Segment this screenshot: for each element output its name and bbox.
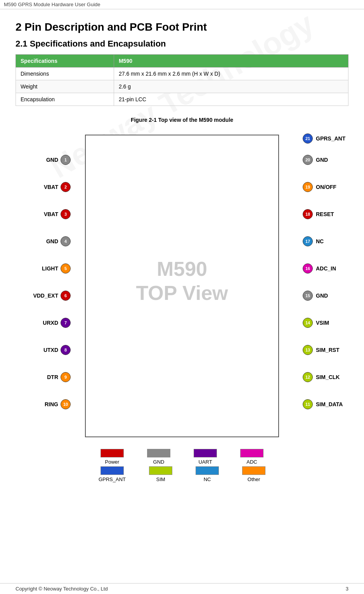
pin-label-right-12: SIM_CLK xyxy=(316,374,347,380)
pin-label-7: URXD xyxy=(31,320,58,326)
pin-label-10: RING xyxy=(31,401,58,407)
pin-label-2: VBAT xyxy=(31,184,58,190)
pin-label-right-16: ADC_IN xyxy=(316,265,347,272)
left-pin-4: GND4 xyxy=(29,228,71,255)
pin-label-3: VBAT xyxy=(31,211,58,217)
legend-label-nc: NC xyxy=(204,476,211,482)
pin-dot-10: 10 xyxy=(61,399,71,409)
left-pin-7: URXD7 xyxy=(29,309,71,336)
pin-label-right-15: GND xyxy=(316,293,347,299)
legend-swatch-uart xyxy=(194,449,217,457)
legend-row-0: PowerGNDUARTADC xyxy=(46,449,318,465)
legend-item-power: Power xyxy=(101,449,124,465)
module-diagram: M590 TOP View GND1VBAT2VBAT3GND4LIGHT5VD… xyxy=(46,135,318,437)
module-box: M590 TOP View xyxy=(85,135,279,437)
table-cell: 2.6 g xyxy=(114,80,348,93)
left-pin-2: VBAT2 xyxy=(29,173,71,201)
legend-swatch-power xyxy=(101,449,124,457)
pin-dot-right-14: 14 xyxy=(303,318,313,328)
left-pin-5: LIGHT5 xyxy=(29,255,71,282)
left-pins: GND1VBAT2VBAT3GND4LIGHT5VDD_EXT6URXD7UTX… xyxy=(29,146,71,418)
table-cell: Weight xyxy=(16,80,114,93)
pin-dot-right-17: 17 xyxy=(303,236,313,246)
pin-dot-right-21: 21 xyxy=(303,133,313,144)
pin-label-9: DTR xyxy=(31,374,58,380)
right-pin-21: 21GPRS_ANT xyxy=(303,131,347,146)
pin-label-8: UTXD xyxy=(31,347,58,353)
legend-item-uart: UART xyxy=(194,449,217,465)
pin-dot-right-20: 20 xyxy=(303,155,313,165)
legend-item-gprs_ant: GPRS_ANT xyxy=(99,466,126,482)
pin-label-right-17: NC xyxy=(316,238,347,244)
legend-swatch-gnd xyxy=(147,449,170,457)
left-pin-10: RING10 xyxy=(29,391,71,418)
legend-swatch-adc xyxy=(240,449,263,457)
right-pin-19: 19ON/OFF xyxy=(303,173,347,201)
pin-label-right-18: RESET xyxy=(316,211,347,217)
pin-label-5: LIGHT xyxy=(31,265,58,272)
section-title: 2.1 Specifications and Encapsulation xyxy=(16,39,348,49)
legend-row-1: GPRS_ANTSIMNCOther xyxy=(46,466,318,482)
table-cell: Dimensions xyxy=(16,68,114,80)
left-pin-9: DTR9 xyxy=(29,364,71,391)
legend-label-sim: SIM xyxy=(156,476,165,482)
legend-label-adc: ADC xyxy=(246,459,257,465)
pin-dot-6: 6 xyxy=(61,291,71,301)
legend-item-sim: SIM xyxy=(149,466,172,482)
right-pin-17: 17NC xyxy=(303,228,347,255)
pin-dot-right-18: 18 xyxy=(303,209,313,219)
pin-dot-right-19: 19 xyxy=(303,182,313,192)
right-pin-13: 13SIM_RST xyxy=(303,336,347,364)
pin-dot-4: 4 xyxy=(61,236,71,246)
footer: Copyright © Neoway Technology Co., Ltd 3 xyxy=(0,583,364,594)
pin-dot-1: 1 xyxy=(61,155,71,165)
pin-dot-5: 5 xyxy=(61,263,71,274)
legend-swatch-other xyxy=(242,466,265,475)
right-pin-12: 12SIM_CLK xyxy=(303,364,347,391)
pin-dot-3: 3 xyxy=(61,209,71,219)
pin-label-1: GND xyxy=(31,157,58,163)
pin-label-right-19: ON/OFF xyxy=(316,184,347,190)
left-pin-3: VBAT3 xyxy=(29,201,71,228)
legend-item-gnd: GND xyxy=(147,449,170,465)
pin-dot-right-11: 11 xyxy=(303,399,313,409)
right-pin-16: 16ADC_IN xyxy=(303,255,347,282)
legend-swatch-sim xyxy=(149,466,172,475)
copyright-text: Copyright © Neoway Technology Co., Ltd xyxy=(16,586,108,592)
specifications-table: Specifications M590 Dimensions27.6 mm x … xyxy=(16,54,348,106)
pin-dot-right-12: 12 xyxy=(303,372,313,382)
legend-swatch-gprs_ant xyxy=(101,466,124,475)
page-number: 3 xyxy=(346,586,348,592)
pin-label-right-21: GPRS_ANT xyxy=(316,135,347,142)
legend-label-gprs_ant: GPRS_ANT xyxy=(99,476,126,482)
legend-label-gnd: GND xyxy=(153,459,165,465)
legend-item-adc: ADC xyxy=(240,449,263,465)
pin-label-6: VDD_EXT xyxy=(31,293,58,299)
legend-item-nc: NC xyxy=(196,466,219,482)
left-pin-1: GND1 xyxy=(29,146,71,173)
legend-label-power: Power xyxy=(105,459,120,465)
table-cell: 27.6 mm x 21.6 mm x 2.6 mm (H x W x D) xyxy=(114,68,348,80)
figure-caption: Figure 2-1 Top view of the M590 module xyxy=(16,117,348,123)
chapter-title: 2 Pin Description and PCB Foot Print xyxy=(16,21,348,33)
legend-swatch-nc xyxy=(196,466,219,475)
right-pin-15: 15GND xyxy=(303,282,347,309)
legend-label-other: Other xyxy=(248,476,260,482)
pin-dot-8: 8 xyxy=(61,345,71,355)
pin-label-right-11: SIM_DATA xyxy=(316,401,347,407)
module-center-label: M590 TOP View xyxy=(136,257,228,305)
table-header-spec: Specifications xyxy=(16,55,114,68)
table-cell: Encapsulation xyxy=(16,93,114,106)
table-cell: 21-pin LCC xyxy=(114,93,348,106)
right-pin-14: 14VSIM xyxy=(303,309,347,336)
right-pin-11: 11SIM_DATA xyxy=(303,391,347,418)
legend: PowerGNDUARTADCGPRS_ANTSIMNCOther xyxy=(46,449,318,484)
pin-dot-right-15: 15 xyxy=(303,291,313,301)
pin-label-right-13: SIM_RST xyxy=(316,347,347,353)
pin-dot-7: 7 xyxy=(61,318,71,328)
pin-dot-right-16: 16 xyxy=(303,263,313,274)
top-bar: M590 GPRS Module Hardware User Guide xyxy=(0,0,364,9)
right-pins: 21GPRS_ANT20GND19ON/OFF18RESET17NC16ADC_… xyxy=(303,146,347,418)
pin-dot-right-13: 13 xyxy=(303,345,313,355)
left-pin-8: UTXD8 xyxy=(29,336,71,364)
